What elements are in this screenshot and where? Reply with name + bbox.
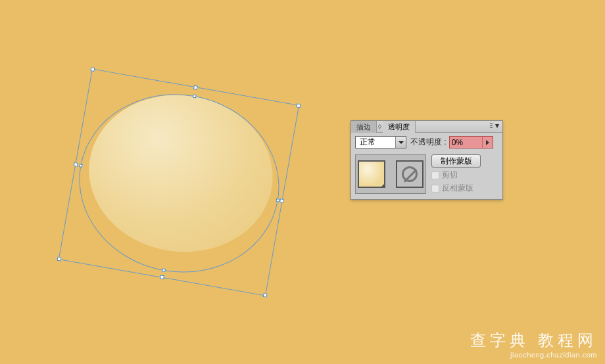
object-thumbnail[interactable] — [358, 160, 385, 188]
resize-handle[interactable] — [74, 162, 78, 166]
opacity-input-wrap[interactable] — [449, 136, 493, 148]
invert-mask-checkbox-row[interactable]: 反相蒙版 — [431, 183, 481, 194]
transparency-panel: 描边 ◊ 透明度 正常 不透明度 : — [351, 120, 503, 200]
canvas-artwork[interactable] — [76, 79, 286, 289]
blend-mode-select[interactable]: 正常 — [355, 136, 406, 148]
resize-handle[interactable] — [57, 257, 62, 262]
blend-opacity-row: 正常 不透明度 : — [351, 133, 502, 152]
resize-handle[interactable] — [263, 293, 268, 298]
panel-tab-bar: 描边 ◊ 透明度 — [351, 121, 502, 133]
opacity-input[interactable] — [450, 138, 479, 147]
svg-rect-2 — [490, 127, 493, 128]
no-mask-icon — [402, 166, 418, 182]
mask-row: 制作蒙版 剪切 反相蒙版 — [351, 152, 502, 199]
watermark: 查字典 教程网 jiaocheng.chazidian.com — [470, 330, 597, 359]
opacity-thumbnails — [355, 154, 426, 194]
selection-bounding-box[interactable] — [59, 68, 299, 296]
invert-mask-checkbox — [431, 185, 439, 193]
resize-handle[interactable] — [160, 275, 164, 279]
make-mask-button[interactable]: 制作蒙版 — [431, 154, 481, 168]
clip-checkbox — [431, 171, 439, 179]
invert-mask-label: 反相蒙版 — [442, 183, 473, 194]
tab-separator: ◊ — [377, 123, 383, 130]
clip-label: 剪切 — [442, 170, 458, 181]
mask-thumbnail[interactable] — [396, 160, 424, 188]
watermark-url: jiaocheng.chazidian.com — [470, 351, 597, 359]
watermark-title: 查字典 教程网 — [470, 330, 597, 351]
resize-handle[interactable] — [193, 85, 198, 90]
clip-checkbox-row[interactable]: 剪切 — [431, 170, 481, 181]
svg-rect-1 — [490, 125, 493, 126]
tab-stroke[interactable]: 描边 — [351, 121, 377, 133]
opacity-slider-arrow-icon[interactable] — [482, 137, 493, 148]
resize-handle[interactable] — [279, 198, 284, 203]
blend-mode-value: 正常 — [356, 137, 375, 148]
svg-rect-0 — [490, 124, 493, 124]
dropdown-arrow-icon[interactable] — [395, 137, 406, 148]
resize-handle[interactable] — [90, 67, 95, 72]
resize-handle[interactable] — [297, 103, 301, 108]
opacity-label: 不透明度 : — [410, 137, 447, 148]
panel-menu-button[interactable] — [490, 123, 500, 131]
tab-transparency[interactable]: 透明度 — [383, 121, 416, 133]
mask-controls: 制作蒙版 剪切 反相蒙版 — [431, 154, 481, 194]
